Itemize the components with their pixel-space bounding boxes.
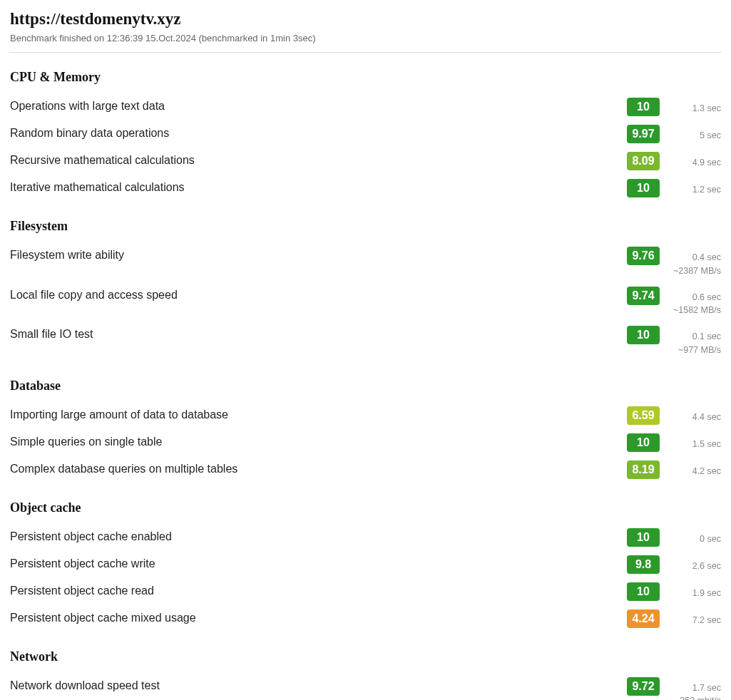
section-title: Object cache [10, 500, 721, 515]
benchmark-label: Persistent object cache write [10, 555, 627, 570]
score-badge: 10 [627, 326, 660, 344]
score-badge: 10 [627, 98, 660, 116]
score-badge: 9.76 [627, 247, 660, 265]
page-title: https://testdomenytv.xyz [10, 10, 721, 29]
score-badge: 6.59 [627, 406, 660, 425]
benchmark-label: Random binary data operations [10, 125, 627, 140]
score-badge: 10 [627, 582, 660, 601]
score-badge: 9.72 [627, 677, 660, 696]
benchmark-label: Persistent object cache mixed usage [10, 609, 627, 624]
benchmark-meta: 0.4 sec~2387 MB/s [660, 247, 721, 278]
benchmark-meta: 0 sec [660, 528, 721, 546]
benchmark-meta: 5 sec [660, 125, 721, 143]
score-badge: 9.74 [627, 287, 660, 305]
benchmark-label: Filesystem write ability [10, 247, 627, 262]
benchmark-row: Recursive mathematical calculations8.094… [10, 148, 721, 175]
benchmark-meta: 4.2 sec [660, 460, 721, 478]
section-title: Database [10, 379, 721, 393]
benchmark-meta: 2.6 sec [660, 555, 721, 573]
divider [10, 52, 721, 53]
section-title: CPU & Memory [10, 70, 721, 85]
benchmark-label: Simple queries on single table [10, 433, 627, 448]
benchmark-meta: 4.4 sec [660, 406, 721, 424]
benchmark-row: Persistent object cache write9.82.6 sec [10, 551, 721, 578]
benchmark-row: Persistent object cache read101.9 sec [10, 578, 721, 605]
benchmark-row: Simple queries on single table101.5 sec [10, 429, 721, 456]
benchmark-sections: CPU & MemoryOperations with large text d… [10, 70, 721, 700]
benchmark-label: Importing large amount of data to databa… [10, 406, 627, 421]
benchmark-row: Complex database queries on multiple tab… [10, 456, 721, 483]
score-badge: 9.97 [627, 125, 660, 143]
benchmark-meta: 1.5 sec [660, 433, 721, 451]
benchmark-row: Operations with large text data101.3 sec [10, 93, 721, 120]
benchmark-label: Small file IO test [10, 326, 627, 341]
benchmark-label: Operations with large text data [10, 98, 627, 113]
score-badge: 8.09 [627, 152, 660, 170]
benchmark-row: Local file copy and access speed9.740.6 … [10, 282, 721, 322]
benchmark-label: Persistent object cache read [10, 582, 627, 597]
benchmark-meta: 4.9 sec [660, 152, 721, 170]
score-badge: 10 [627, 433, 660, 452]
benchmark-label: Iterative mathematical calculations [10, 179, 627, 194]
benchmark-meta: 1.7 sec~353 mbit/s [660, 677, 721, 701]
benchmark-row: Persistent object cache enabled100 sec [10, 524, 721, 551]
benchmark-row: Random binary data operations9.975 sec [10, 120, 721, 148]
benchmark-label: Persistent object cache enabled [10, 528, 627, 543]
section-title: Filesystem [10, 219, 721, 234]
score-badge: 8.19 [627, 460, 660, 479]
score-badge: 4.24 [627, 609, 660, 628]
score-badge: 10 [627, 528, 660, 547]
benchmark-label: Complex database queries on multiple tab… [10, 460, 627, 475]
benchmark-row: Small file IO test100.1 sec~977 MB/s [10, 321, 721, 361]
benchmark-timestamp: Benchmark finished on 12:36:39 15.Oct.20… [10, 33, 721, 43]
benchmark-row: Iterative mathematical calculations101.2… [10, 175, 721, 202]
benchmark-meta: 7.2 sec [660, 609, 721, 627]
section-title: Network [10, 649, 721, 664]
score-badge: 9.8 [627, 555, 660, 574]
benchmark-meta: 0.6 sec~1582 MB/s [660, 287, 721, 318]
benchmark-label: Recursive mathematical calculations [10, 152, 627, 167]
score-badge: 10 [627, 179, 660, 197]
benchmark-row: Filesystem write ability9.760.4 sec~2387… [10, 242, 721, 282]
benchmark-meta: 0.1 sec~977 MB/s [660, 326, 721, 357]
benchmark-row: Network download speed test9.721.7 sec~3… [10, 673, 721, 701]
benchmark-row: Persistent object cache mixed usage4.247… [10, 605, 721, 632]
benchmark-meta: 1.9 sec [660, 582, 721, 600]
benchmark-label: Network download speed test [10, 677, 627, 692]
benchmark-meta: 1.3 sec [660, 98, 721, 115]
benchmark-row: Importing large amount of data to databa… [10, 402, 721, 429]
benchmark-label: Local file copy and access speed [10, 287, 627, 302]
benchmark-meta: 1.2 sec [660, 179, 721, 197]
